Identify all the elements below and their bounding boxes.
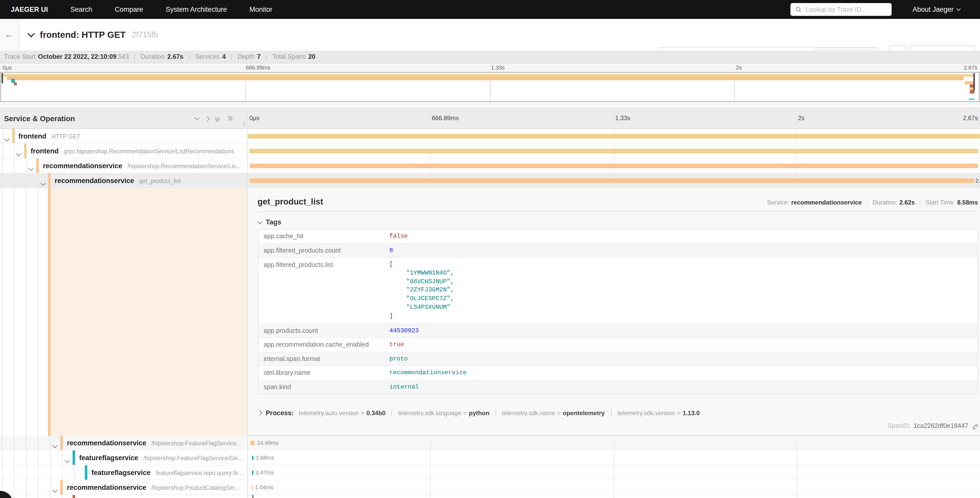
divider — [258, 211, 978, 212]
viewport-right-handle[interactable] — [974, 73, 975, 91]
span-operation: HTTP GET — [52, 133, 81, 139]
meta-label: Service: — [767, 199, 789, 206]
chevron-down-icon[interactable] — [52, 487, 57, 493]
link-icon[interactable] — [971, 423, 978, 429]
minimap-span-bar — [2, 74, 975, 77]
span-detail-indent — [0, 188, 247, 436]
divider — [391, 409, 392, 417]
summary-value: 4 — [222, 53, 226, 60]
meta-value: 2.62s — [899, 199, 915, 206]
chevron-down-icon[interactable] — [52, 443, 57, 448]
tag-key: internal.span.format — [259, 355, 389, 362]
span-bar[interactable] — [252, 456, 253, 460]
span-row-frontend-grpc[interactable]: frontendgrpc.hipstershop.RecommendationS… — [0, 144, 980, 158]
span-service: recommendationservice — [67, 439, 146, 447]
trace-lookup-input[interactable] — [805, 5, 889, 14]
summary-value: 2.67s — [167, 53, 183, 60]
tick-label: 2.67s — [963, 115, 978, 122]
process-key: telemetry.sdk.version — [617, 409, 675, 417]
span-row-featureflagservice-grpc[interactable]: featureflagservice/hipstershop.FeatureFl… — [0, 450, 980, 465]
span-detail-meta: Service:recommendationservice Duration:2… — [767, 199, 978, 206]
trace-header: ← frontend: HTTP GET 2f715fb × ⌘ Trace T… — [0, 19, 980, 51]
tag-key: app.products.count — [259, 327, 389, 334]
summary-label: Trace Start — [4, 53, 35, 60]
minimap-ticks: 0μs 666.89ms 1.33s 2s 2.67s — [0, 64, 980, 72]
app-brand[interactable]: JAEGER UI — [11, 6, 48, 13]
span-bar[interactable] — [249, 149, 978, 153]
span-row-get-product-list[interactable]: recommendationserviceget_product_list 2.… — [0, 173, 980, 188]
service-color-strip — [85, 465, 88, 480]
tag-key: app.filtered_products.count — [259, 247, 389, 254]
span-duration-label: 2.62s — [975, 177, 980, 184]
process-key: telemetry.sdk.language — [398, 409, 461, 417]
span-service: recommendationservice — [55, 177, 134, 185]
service-color-strip — [73, 450, 75, 465]
span-id-value: 1ca2262df0e18447 — [913, 422, 968, 429]
chevron-down-icon[interactable] — [4, 136, 10, 141]
span-service: featureflagservice — [91, 469, 151, 477]
span-bar[interactable] — [252, 470, 253, 475]
span-row-partial[interactable] — [0, 495, 980, 498]
tick-label: 666.89ms — [246, 64, 270, 70]
nav-item-system-architecture[interactable]: System Architecture — [165, 6, 227, 13]
chevron-down-icon[interactable] — [65, 458, 70, 463]
about-jaeger-menu[interactable]: About Jaeger — [913, 0, 960, 19]
span-bar[interactable] — [250, 179, 974, 183]
span-bar[interactable] — [250, 164, 978, 168]
tags-accordion-header[interactable]: Tags — [258, 218, 281, 226]
chevron-down-icon[interactable] — [29, 166, 33, 171]
span-bar[interactable] — [252, 485, 253, 490]
service-operation-header: Service & Operation — [4, 108, 75, 129]
span-operation: /hipstershop.ProductCatalogSer... — [151, 484, 239, 491]
span-id-label: SpanID: — [888, 422, 910, 429]
tag-row: app.filtered_products.count 8 — [259, 244, 977, 258]
divider — [189, 53, 189, 60]
viewport-left-handle[interactable] — [2, 73, 3, 83]
chevron-down-icon[interactable] — [16, 151, 21, 156]
chevron-right-icon — [257, 410, 262, 415]
minimap-canvas[interactable] — [0, 72, 980, 102]
span-operation: featureflagservice.repo.query:fe... — [156, 469, 243, 476]
divider — [867, 199, 867, 206]
collapse-all-icon[interactable] — [216, 115, 220, 122]
meta-value: recommendationservice — [791, 199, 862, 206]
tag-row: app.filtered_products.list [ "1YMWWN1N4O… — [259, 258, 977, 324]
span-detail-title: get_product_list — [258, 197, 323, 207]
divider — [231, 53, 232, 60]
expand-one-icon[interactable] — [205, 116, 210, 121]
timeline-header: Service & Operation 0μs 666.89ms 1.33s 2… — [0, 107, 980, 129]
divider — [920, 199, 921, 206]
tag-value: true — [389, 341, 404, 348]
tick-label: 666.89ms — [432, 115, 458, 122]
span-operation: get_product_list — [139, 178, 181, 184]
span-row-frontend-http-get[interactable]: frontendHTTP GET — [0, 129, 980, 144]
column-resizer[interactable] — [243, 121, 245, 126]
nav-item-search[interactable]: Search — [70, 6, 92, 13]
tick-label: 1.33s — [615, 115, 630, 122]
span-row-featureflag-grpc-parent[interactable]: recommendationservice/hipstershop.Featur… — [0, 436, 980, 450]
span-row-featureflagservice-repo-query[interactable]: featureflagservicefeatureflagservice.rep… — [0, 465, 980, 480]
nav-item-compare[interactable]: Compare — [115, 6, 143, 13]
tick-label: 0μs — [249, 115, 259, 122]
minimap-span-bar — [965, 81, 974, 84]
trace-lookup-box[interactable] — [791, 3, 892, 16]
span-bar[interactable] — [247, 134, 980, 139]
span-bar[interactable] — [252, 495, 253, 498]
span-row-productcatalog-grpc[interactable]: recommendationservice/hipstershop.Produc… — [0, 480, 980, 495]
divider — [495, 409, 496, 417]
tag-row: span.kind internal — [259, 380, 977, 394]
expand-all-icon[interactable] — [226, 115, 231, 122]
span-row-recommendation-grpc[interactable]: recommendationservice/hipstershop.Recomm… — [0, 158, 980, 173]
chevron-down-icon[interactable] — [41, 181, 46, 186]
nav-item-monitor[interactable]: Monitor — [249, 6, 272, 13]
span-operation: /hipstershop.FeatureFlagService... — [151, 440, 242, 446]
process-value: python — [469, 409, 489, 417]
back-button[interactable]: ← — [0, 19, 19, 51]
divider — [266, 53, 267, 60]
tag-row: app.cache_hit false — [259, 230, 977, 244]
process-accordion[interactable]: Process: telemetry.auto.version=0.34b0 t… — [258, 409, 700, 417]
tag-key: app.recommendation.cache_enabled — [259, 341, 389, 348]
collapse-trace-chevron-icon[interactable] — [28, 30, 35, 37]
collapse-one-icon[interactable] — [194, 115, 199, 120]
span-bar[interactable] — [250, 441, 255, 445]
